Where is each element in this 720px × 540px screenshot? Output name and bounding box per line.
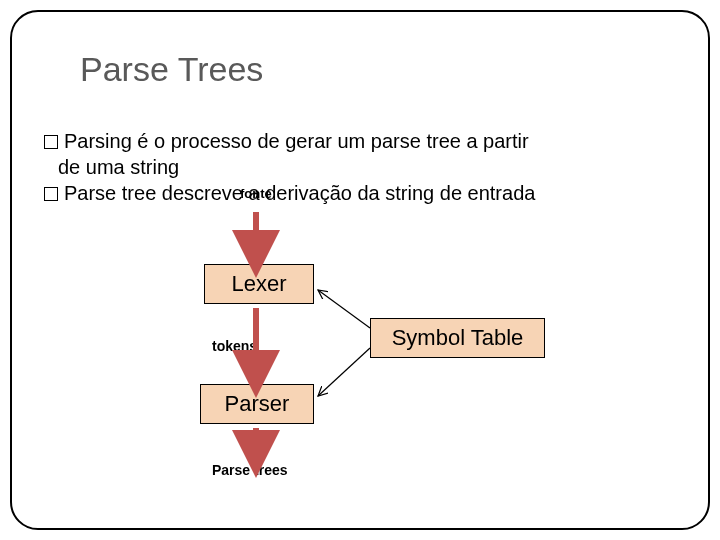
label-tokens: tokens [212, 338, 257, 354]
bullet-1: Parsing é o processo de gerar um parse t… [44, 130, 684, 153]
arrow-symtab-parser [318, 348, 370, 396]
box-parser: Parser [200, 384, 314, 424]
bullet-1-cont: de uma string [58, 156, 179, 179]
label-parse-trees: Parse trees [212, 462, 288, 478]
box-lexer: Lexer [204, 264, 314, 304]
slide-title: Parse Trees [80, 50, 263, 89]
label-fonte: fonte [240, 186, 272, 201]
bullet-square-icon [44, 187, 58, 201]
slide-frame: Parse Trees Parsing é o processo de gera… [10, 10, 710, 530]
arrow-symtab-lexer [318, 290, 370, 328]
arrows-overlay [12, 12, 710, 530]
bullet-2: Parse tree descreve a derivação da strin… [44, 182, 684, 205]
bullet-square-icon [44, 135, 58, 149]
bullet-2-text: Parse tree descreve a derivação da strin… [64, 182, 535, 204]
bullet-1-text: Parsing é o processo de gerar um parse t… [64, 130, 529, 152]
box-symbol-table: Symbol Table [370, 318, 545, 358]
bullet-1-cont-text: de uma string [58, 156, 179, 178]
